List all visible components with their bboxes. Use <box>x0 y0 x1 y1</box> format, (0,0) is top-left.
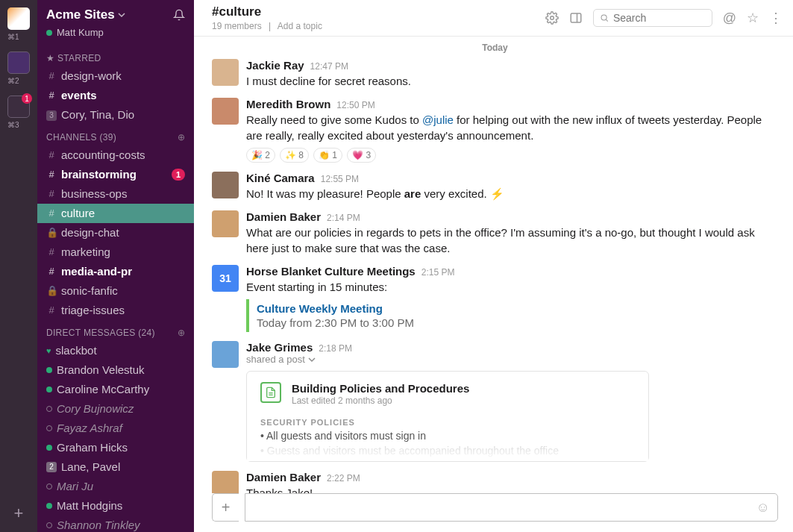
message-author[interactable]: Damien Baker <box>246 471 321 484</box>
team-switcher[interactable]: Acme Sites <box>46 7 125 22</box>
message-text: Thanks Jake! <box>246 485 778 493</box>
item-label: Cory Bujnowicz <box>57 401 134 417</box>
channel-name[interactable]: #culture <box>212 4 538 19</box>
item-label: design-work <box>61 68 122 84</box>
date-divider: Today <box>212 43 778 53</box>
avatar[interactable] <box>212 98 239 125</box>
gear-icon[interactable] <box>545 11 559 25</box>
more-icon[interactable]: ⋮ <box>769 10 783 26</box>
message-author[interactable]: Jackie Ray <box>246 59 304 72</box>
message: Meredith Brown12:50 PMReally need to giv… <box>212 98 778 163</box>
dm-item[interactable]: Cory Bujnowicz <box>37 399 194 419</box>
workspace-2[interactable] <box>7 51 30 74</box>
card-section: SECURITY POLICIES <box>260 418 635 427</box>
at-icon[interactable]: @ <box>723 10 736 26</box>
starred-item[interactable]: #design-work <box>37 66 194 86</box>
lock-icon: 🔒 <box>46 225 57 241</box>
chevron-down-icon <box>118 11 125 19</box>
message-time: 2:15 PM <box>421 267 455 278</box>
message-input-wrap[interactable]: ☺ <box>245 493 778 522</box>
chevron-down-icon[interactable] <box>308 356 316 363</box>
dm-item[interactable]: Mari Ju <box>37 477 194 496</box>
post-card[interactable]: Building Policies and ProceduresLast edi… <box>246 371 649 462</box>
event-title[interactable]: Culture Weekly Meeting <box>257 302 771 315</box>
add-topic-link[interactable]: Add a topic <box>278 21 322 31</box>
heart-icon: ♥ <box>46 342 51 359</box>
group-count: 2 <box>46 462 57 472</box>
starred-header: ★ STARRED <box>37 46 194 66</box>
event-time: Today from 2:30 PM to 3:00 PM <box>257 316 771 329</box>
dm-item[interactable]: Shannon Tinkley <box>37 516 194 532</box>
message-author[interactable]: Damien Baker <box>246 210 321 223</box>
avatar[interactable] <box>212 59 239 86</box>
reaction[interactable]: 👏 1 <box>313 148 342 163</box>
avatar[interactable] <box>212 172 239 198</box>
dm-item[interactable]: Brandon Velestuk <box>37 360 194 380</box>
message-author[interactable]: Horse Blanket Culture Meetings <box>246 265 416 278</box>
presence-dot <box>46 367 52 373</box>
message-time: 12:47 PM <box>310 61 348 72</box>
emoji-button[interactable]: ☺ <box>756 500 770 516</box>
message-text: Really need to give some Kudos to @julie… <box>246 112 778 143</box>
dm-item[interactable]: Graham Hicks <box>37 438 194 457</box>
event-attachment[interactable]: Culture Weekly MeetingToday from 2:30 PM… <box>246 299 778 332</box>
shared-label: shared a post <box>246 354 778 365</box>
reaction[interactable]: ✨ 8 <box>280 148 309 163</box>
avatar[interactable] <box>212 341 239 368</box>
workspace-shortcut: ⌘3 <box>7 121 30 129</box>
workspace-shortcut: ⌘2 <box>7 77 30 85</box>
channel-item-business-ops[interactable]: #business-ops <box>37 184 194 204</box>
channel-item-brainstorming[interactable]: #brainstorming1 <box>37 165 194 184</box>
search-input[interactable] <box>613 12 706 24</box>
channel-item-marketing[interactable]: #marketing <box>37 242 194 262</box>
dm-item[interactable]: ♥slackbot <box>37 341 194 360</box>
dm-item[interactable]: Fayaz Ashraf <box>37 419 194 438</box>
workspace-3[interactable]: 1 <box>7 96 30 118</box>
main-panel: #culture 19 members | Add a topic @ ☆ ⋮ <box>194 0 793 532</box>
dm-item[interactable]: Caroline McCarthy <box>37 380 194 399</box>
item-label: slackbot <box>56 342 97 359</box>
message-input[interactable] <box>253 501 753 514</box>
channel-item-sonic-fanfic[interactable]: 🔒sonic-fanfic <box>37 281 194 301</box>
dm-item[interactable]: 2Lane, Pavel <box>37 457 194 477</box>
channel-item-culture[interactable]: #culture <box>37 204 194 223</box>
prefix-icon: # <box>46 68 57 84</box>
add-workspace-button[interactable]: + <box>14 504 24 523</box>
current-user[interactable]: Matt Kump <box>37 27 194 46</box>
message-author[interactable]: Jake Grimes <box>246 341 313 354</box>
message-author[interactable]: Kiné Camara <box>246 172 315 184</box>
pane-icon[interactable] <box>569 11 583 25</box>
mention[interactable]: @julie <box>422 113 454 126</box>
workspace-1[interactable] <box>7 7 30 30</box>
card-edited: Last edited 2 months ago <box>292 395 635 406</box>
channel-item-media-and-pr[interactable]: #media-and-pr <box>37 262 194 281</box>
search-box[interactable] <box>593 9 712 27</box>
item-label: Brandon Velestuk <box>57 362 145 378</box>
reaction[interactable]: 💗 3 <box>347 148 376 163</box>
channel-item-accounting-costs[interactable]: #accounting-costs <box>37 145 194 165</box>
reaction[interactable]: 🎉 2 <box>246 148 275 163</box>
starred-item[interactable]: 3Cory, Tina, Dio <box>37 105 194 125</box>
channel-header: #culture 19 members | Add a topic @ ☆ ⋮ <box>194 0 793 37</box>
channel-item-triage-issues[interactable]: #triage-issues <box>37 301 194 320</box>
channel-item-design-chat[interactable]: 🔒design-chat <box>37 223 194 242</box>
attach-button[interactable]: + <box>212 493 239 522</box>
member-count[interactable]: 19 members <box>212 21 262 31</box>
message-time: 2:22 PM <box>327 473 360 484</box>
item-label: marketing <box>61 244 110 260</box>
message-author[interactable]: Meredith Brown <box>246 98 330 110</box>
starred-item[interactable]: #events <box>37 86 194 105</box>
item-label: sonic-fanfic <box>61 283 118 299</box>
team-name: Acme Sites <box>46 7 115 22</box>
avatar[interactable] <box>212 471 239 493</box>
add-channel-button[interactable]: ⊕ <box>178 132 185 143</box>
avatar[interactable] <box>212 210 239 237</box>
add-dm-button[interactable]: ⊕ <box>178 328 185 338</box>
presence-dot <box>46 406 52 412</box>
star-icon[interactable]: ☆ <box>747 10 759 26</box>
bell-icon[interactable] <box>173 9 185 21</box>
dm-item[interactable]: Matt Hodgins <box>37 496 194 516</box>
item-label: triage-issues <box>61 302 125 319</box>
workspace-shortcut: ⌘1 <box>7 33 30 41</box>
item-label: Matt Hodgins <box>57 498 122 514</box>
